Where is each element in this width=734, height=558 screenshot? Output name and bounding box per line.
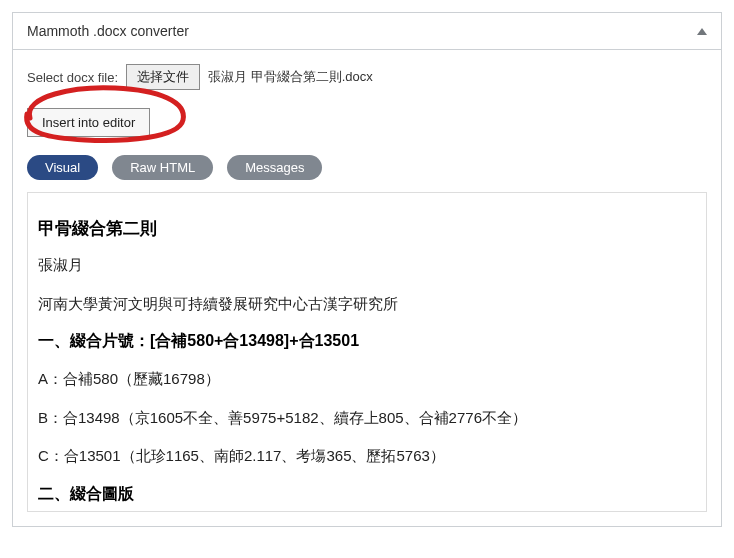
insert-into-editor-button[interactable]: Insert into editor (27, 108, 150, 137)
tab-visual[interactable]: Visual (27, 155, 98, 180)
doc-affiliation: 河南大學黃河文明與可持續發展研究中心古漢字研究所 (38, 293, 690, 316)
doc-line-b: B：合13498（京1605不全、善5975+5182、續存上805、合補277… (38, 407, 690, 430)
choose-file-button[interactable]: 选择文件 (126, 64, 200, 90)
tab-messages[interactable]: Messages (227, 155, 322, 180)
doc-title: 甲骨綴合第二則 (38, 217, 690, 240)
document-preview: 甲骨綴合第二則 張淑月 河南大學黃河文明與可持續發展研究中心古漢字研究所 一、綴… (38, 217, 690, 505)
converter-panel: Mammoth .docx converter Select docx file… (12, 12, 722, 527)
panel-body: Select docx file: 选择文件 張淑月 甲骨綴合第二則.docx … (13, 50, 721, 526)
tab-raw-html[interactable]: Raw HTML (112, 155, 213, 180)
preview-scroll-area[interactable]: 甲骨綴合第二則 張淑月 河南大學黃河文明與可持續發展研究中心古漢字研究所 一、綴… (27, 192, 707, 512)
doc-author: 張淑月 (38, 254, 690, 277)
panel-header: Mammoth .docx converter (13, 13, 721, 50)
collapse-toggle-icon[interactable] (697, 28, 707, 35)
preview-tabs: Visual Raw HTML Messages (27, 155, 707, 180)
doc-line-a: A：合補580（歷藏16798） (38, 368, 690, 391)
insert-button-wrap: Insert into editor (27, 108, 150, 137)
selected-file-name: 張淑月 甲骨綴合第二則.docx (208, 68, 373, 86)
file-select-row: Select docx file: 选择文件 張淑月 甲骨綴合第二則.docx (27, 64, 707, 90)
doc-section-1: 一、綴合片號：[合補580+合13498]+合13501 (38, 331, 690, 352)
doc-line-c: C：合13501（北珍1165、南師2.117、考塲365、歷拓5763） (38, 445, 690, 468)
file-select-label: Select docx file: (27, 70, 118, 85)
doc-section-2: 二、綴合圖版 (38, 484, 690, 505)
panel-title: Mammoth .docx converter (27, 23, 189, 39)
